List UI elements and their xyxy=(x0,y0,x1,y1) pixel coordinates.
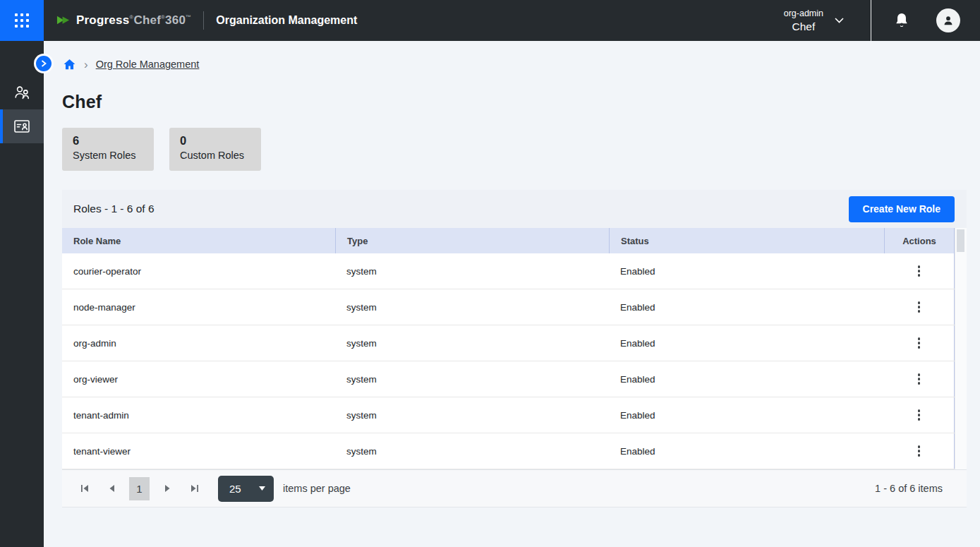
table-row: courier-operator system Enabled xyxy=(62,253,967,289)
cell-role-name: tenant-admin xyxy=(62,397,335,433)
topbar: Progress®Chef®360™ Organization Manageme… xyxy=(0,0,980,41)
row-actions-kebab-button[interactable] xyxy=(912,296,927,318)
next-page-button[interactable] xyxy=(157,478,178,499)
user-role-label: org-admin xyxy=(784,8,823,18)
roles-table-header: Role Name Type Status Actions xyxy=(62,228,967,253)
person-icon xyxy=(941,13,955,28)
stat-cards: 6 System Roles 0 Custom Roles xyxy=(62,128,980,171)
custom-roles-label: Custom Roles xyxy=(180,150,261,161)
cell-status: Enabled xyxy=(609,289,884,325)
table-row: tenant-admin system Enabled xyxy=(62,397,967,433)
row-actions-kebab-button[interactable] xyxy=(912,440,927,462)
column-header-actions: Actions xyxy=(884,228,955,253)
table-row: org-viewer system Enabled xyxy=(62,361,967,397)
stat-card-system-roles: 6 System Roles xyxy=(62,128,154,171)
cell-actions xyxy=(884,289,955,325)
cell-role-name: org-viewer xyxy=(62,361,335,397)
first-page-button[interactable] xyxy=(74,478,95,499)
avatar xyxy=(936,8,960,32)
expand-sidebar-button[interactable] xyxy=(36,56,52,71)
last-page-icon xyxy=(190,484,199,493)
stat-card-custom-roles: 0 Custom Roles xyxy=(169,128,261,171)
custom-roles-count: 0 xyxy=(180,134,261,148)
column-header-status: Status xyxy=(609,228,884,253)
last-page-button[interactable] xyxy=(183,478,205,499)
cell-actions xyxy=(884,397,955,433)
current-page-button[interactable]: 1 xyxy=(129,477,150,500)
previous-page-button[interactable] xyxy=(101,478,122,499)
home-icon[interactable] xyxy=(63,58,76,71)
cell-status: Enabled xyxy=(609,325,884,361)
items-per-page-label: items per page xyxy=(283,483,351,494)
table-row: org-admin system Enabled xyxy=(62,325,967,361)
chevron-down-icon xyxy=(835,18,844,23)
column-header-role-name: Role Name xyxy=(62,228,335,253)
cell-actions xyxy=(884,361,955,397)
page-size-value: 25 xyxy=(229,483,241,495)
table-row: tenant-viewer system Enabled xyxy=(62,433,967,469)
breadcrumb: › Org Role Management xyxy=(44,41,980,71)
notifications-button[interactable] xyxy=(890,11,914,30)
row-actions-kebab-button[interactable] xyxy=(912,368,927,390)
cell-actions xyxy=(884,253,955,289)
app-launcher-button[interactable] xyxy=(0,0,44,41)
chevron-right-icon xyxy=(41,60,47,67)
create-new-role-button[interactable]: Create New Role xyxy=(849,196,955,222)
user-account-button[interactable] xyxy=(932,8,964,33)
users-icon xyxy=(13,84,31,101)
cell-role-name: courier-operator xyxy=(62,253,335,289)
breadcrumb-separator: › xyxy=(84,59,88,71)
cell-type: system xyxy=(335,289,609,325)
row-actions-kebab-button[interactable] xyxy=(912,260,927,282)
bell-icon xyxy=(894,12,909,29)
topbar-divider xyxy=(871,0,871,41)
previous-page-icon xyxy=(109,484,115,493)
pagination-bar: 1 25 item xyxy=(62,469,967,507)
system-roles-count: 6 xyxy=(73,134,154,148)
cell-type: system xyxy=(335,433,609,469)
sidebar xyxy=(0,41,44,547)
role-badge-icon xyxy=(13,118,31,135)
table-row: node-manager system Enabled xyxy=(62,289,967,325)
cell-role-name: node-manager xyxy=(62,289,335,325)
app-title: Organization Management xyxy=(216,14,357,27)
pagination-range-label: 1 - 6 of 6 items xyxy=(875,483,955,494)
cell-type: system xyxy=(335,397,609,433)
brand-logo: Progress®Chef®360™ xyxy=(44,13,191,28)
roles-panel: Roles - 1 - 6 of 6 Create New Role Role … xyxy=(62,190,967,507)
cell-type: system xyxy=(335,325,609,361)
breadcrumb-link-org-role-management[interactable]: Org Role Management xyxy=(96,59,200,70)
cell-status: Enabled xyxy=(609,253,884,289)
table-scrollbar-track[interactable] xyxy=(955,228,967,469)
sidebar-item-users[interactable] xyxy=(0,76,44,109)
first-page-icon xyxy=(80,484,90,493)
column-header-type: Type xyxy=(335,228,609,253)
sidebar-item-org-roles[interactable] xyxy=(0,109,44,143)
cell-role-name: tenant-viewer xyxy=(62,433,335,469)
waffle-icon xyxy=(15,13,29,28)
row-actions-kebab-button[interactable] xyxy=(912,332,927,354)
roles-panel-header: Roles - 1 - 6 of 6 Create New Role xyxy=(62,190,967,228)
brand-divider xyxy=(203,11,204,30)
page-title: Chef xyxy=(62,92,980,112)
cell-type: system xyxy=(335,253,609,289)
brand-text: Progress®Chef®360™ xyxy=(76,13,191,28)
cell-status: Enabled xyxy=(609,433,884,469)
table-body: courier-operator system Enabled node-man… xyxy=(62,253,967,469)
cell-actions xyxy=(884,433,955,469)
system-roles-label: System Roles xyxy=(73,150,154,161)
cell-type: system xyxy=(335,361,609,397)
content-area: › Org Role Management Chef 6 System Role… xyxy=(44,41,980,547)
cell-actions xyxy=(884,325,955,361)
cell-role-name: org-admin xyxy=(62,325,335,361)
cell-status: Enabled xyxy=(609,397,884,433)
org-name-label: Chef xyxy=(792,20,815,33)
cell-status: Enabled xyxy=(609,361,884,397)
dropdown-triangle-icon xyxy=(259,486,265,491)
row-actions-kebab-button[interactable] xyxy=(912,404,927,426)
page-size-select[interactable]: 25 xyxy=(218,476,274,502)
org-switcher-menu[interactable]: org-admin Chef xyxy=(780,8,848,34)
roles-panel-title: Roles - 1 - 6 of 6 xyxy=(73,203,155,215)
roles-table: Role Name Type Status Actions courier-op… xyxy=(62,228,967,469)
table-scrollbar-thumb[interactable] xyxy=(957,229,964,252)
